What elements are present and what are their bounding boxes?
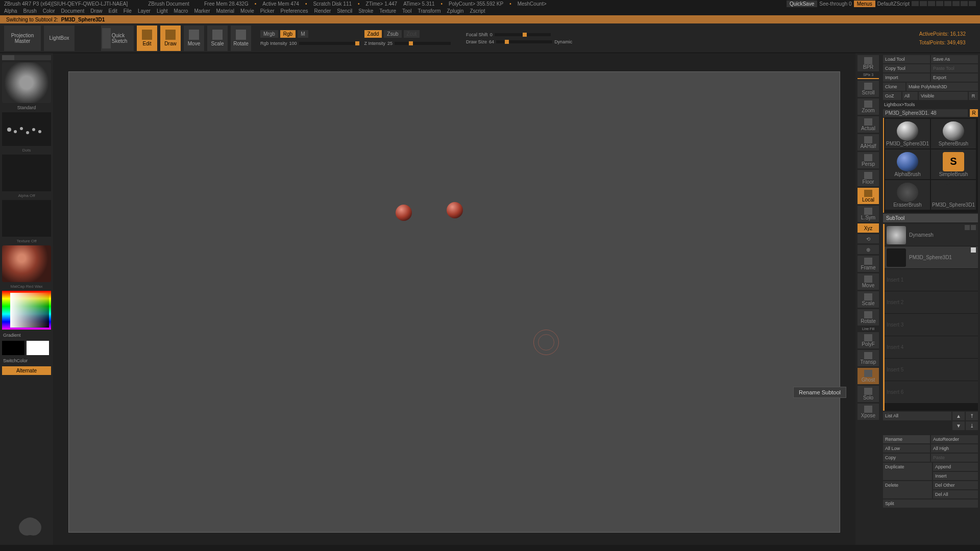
swatch-black[interactable] — [2, 341, 24, 355]
goz-all-button[interactable]: All — [902, 92, 918, 100]
tool-item-3[interactable]: SSimpleBrush — [931, 149, 976, 179]
make-polymesh-button[interactable]: Make PolyMesh3D — [906, 83, 978, 91]
tool-item-5[interactable]: PM3D_Sphere3D1 — [931, 180, 976, 210]
lightbox-button[interactable]: LightBox — [44, 26, 75, 51]
xpose-button[interactable]: Xpose — [857, 404, 879, 420]
subtool-empty-1[interactable]: Insert 2 — [885, 291, 978, 314]
eye-icon[interactable] — [971, 247, 976, 253]
local-button[interactable]: Local — [857, 188, 879, 204]
z-intensity-slider[interactable] — [395, 42, 451, 45]
scale-button[interactable]: Scale — [207, 26, 228, 51]
lightbox-tools-label[interactable]: Lightbox>Tools — [883, 101, 978, 108]
subtool-empty-4[interactable]: Insert 5 — [885, 359, 978, 381]
subtool-item-1[interactable]: PM3D_Sphere3D1 — [885, 246, 978, 269]
subtool-item-0[interactable]: Dynamesh — [885, 224, 978, 246]
edit-button[interactable]: Edit — [137, 26, 157, 51]
paste-button[interactable]: Paste — [931, 454, 978, 462]
default-script[interactable]: DefaultZScript — [877, 1, 910, 7]
texture-preview[interactable] — [2, 200, 51, 237]
menu-stroke[interactable]: Stroke — [358, 8, 373, 14]
draw-button[interactable]: Draw — [160, 26, 181, 51]
rotate-button[interactable]: Rotate — [231, 26, 251, 51]
copy-tool-button[interactable]: Copy Tool — [883, 64, 930, 72]
close-icon[interactable] — [969, 1, 976, 6]
clone-button[interactable]: Clone — [883, 83, 905, 91]
move-button[interactable]: Move — [184, 26, 204, 51]
mrgb-button[interactable]: Mrgb — [260, 30, 278, 38]
actual-button[interactable]: Actual — [857, 116, 879, 133]
insert-button[interactable]: Insert — [933, 472, 978, 480]
split-button[interactable]: Split — [883, 499, 978, 508]
menu-stencil[interactable]: Stencil — [337, 8, 352, 14]
menu-brush[interactable]: Brush — [23, 8, 37, 14]
scroll-button[interactable]: Scroll — [857, 81, 879, 97]
zcut-button[interactable]: Zcut — [404, 30, 420, 38]
rgb-intensity-slider[interactable] — [299, 42, 355, 45]
icon-4[interactable] — [936, 1, 943, 6]
polyf-button[interactable]: PolyF — [857, 332, 879, 348]
icon-3[interactable] — [928, 1, 935, 6]
rgb-button[interactable]: Rgb — [280, 30, 296, 38]
persp-button[interactable]: Persp — [857, 152, 879, 168]
subtool-empty-5[interactable]: Insert 6 — [885, 381, 978, 404]
projection-master-button[interactable]: Projection Master — [4, 26, 41, 51]
icon-5[interactable] — [944, 1, 951, 6]
sidebar-tabs[interactable] — [2, 55, 51, 60]
subtool-empty-0[interactable]: Insert 1 — [885, 269, 978, 291]
seethrough-slider[interactable]: See-through 0 — [819, 1, 851, 7]
nav-move-button[interactable]: Move — [857, 273, 879, 290]
m-button[interactable]: M — [298, 30, 308, 38]
canvas[interactable] — [68, 71, 840, 533]
eye-icon[interactable] — [965, 225, 970, 230]
menu-zplugin[interactable]: Zplugin — [447, 8, 464, 14]
zsub-button[interactable]: Zsub — [384, 30, 401, 38]
delete-button[interactable]: Delete — [883, 481, 932, 498]
menu-layer[interactable]: Layer — [138, 8, 151, 14]
floor-button[interactable]: Floor — [857, 170, 879, 186]
quicksave-button[interactable]: QuickSave — [787, 1, 817, 7]
menu-texture[interactable]: Texture — [379, 8, 396, 14]
switchcolor-button[interactable]: SwitchColor — [2, 357, 51, 364]
menu-light[interactable]: Light — [157, 8, 168, 14]
menu-draw[interactable]: Draw — [90, 8, 102, 14]
quicksketch-button[interactable]: Quick Sketch — [101, 26, 134, 51]
menu-alpha[interactable]: Alpha — [4, 8, 17, 14]
swatch-white[interactable] — [27, 341, 49, 355]
menu-zscript[interactable]: Zscript — [470, 8, 485, 14]
menu-preferences[interactable]: Preferences — [281, 8, 308, 14]
menu-transform[interactable]: Transform — [418, 8, 440, 14]
frame-button[interactable]: Frame — [857, 256, 879, 272]
load-tool-button[interactable]: Load Tool — [883, 55, 930, 63]
maximize-icon[interactable] — [961, 1, 968, 6]
rot-y-button[interactable]: ⟲ — [857, 234, 879, 243]
rename-button[interactable]: Rename — [883, 435, 930, 443]
zoom-button[interactable]: Zoom — [857, 98, 879, 115]
goz-visible-button[interactable]: Visible — [919, 92, 968, 100]
menu-file[interactable]: File — [124, 8, 132, 14]
ghost-button[interactable]: Ghost — [857, 368, 879, 384]
goz-r-button[interactable]: R — [969, 92, 978, 100]
menu-picker[interactable]: Picker — [260, 8, 275, 14]
lsym-button[interactable]: L.Sym — [857, 206, 879, 222]
tool-item-4[interactable]: EraserBrush — [885, 180, 930, 210]
gradient-label[interactable]: Gradient — [2, 332, 51, 339]
duplicate-button[interactable]: Duplicate — [883, 463, 932, 480]
list-all-button[interactable]: List All — [883, 412, 951, 420]
nav-rotate-button[interactable]: Rotate — [857, 309, 879, 325]
tool-r-button[interactable]: R — [970, 109, 978, 117]
menu-marker[interactable]: Marker — [194, 8, 210, 14]
xyz-button[interactable]: Xyz — [857, 223, 879, 233]
dynamic-label[interactable]: Dynamic — [554, 39, 572, 44]
del-other-button[interactable]: Del Other — [933, 481, 978, 489]
goz-button[interactable]: GoZ — [883, 92, 901, 100]
icon-2[interactable] — [920, 1, 927, 6]
menus-button[interactable]: Menus — [854, 1, 875, 7]
stroke-preview[interactable] — [2, 112, 51, 146]
spix-label[interactable]: SPix 3 — [857, 73, 879, 77]
nav-scale-button[interactable]: Scale — [857, 291, 879, 308]
zadd-button[interactable]: Zadd — [364, 30, 382, 38]
drawsize-slider[interactable] — [496, 40, 552, 43]
menu-tool[interactable]: Tool — [402, 8, 411, 14]
autoreorder-button[interactable]: AutoReorder — [931, 435, 978, 443]
move-top-button[interactable]: ⤒ — [966, 412, 978, 420]
